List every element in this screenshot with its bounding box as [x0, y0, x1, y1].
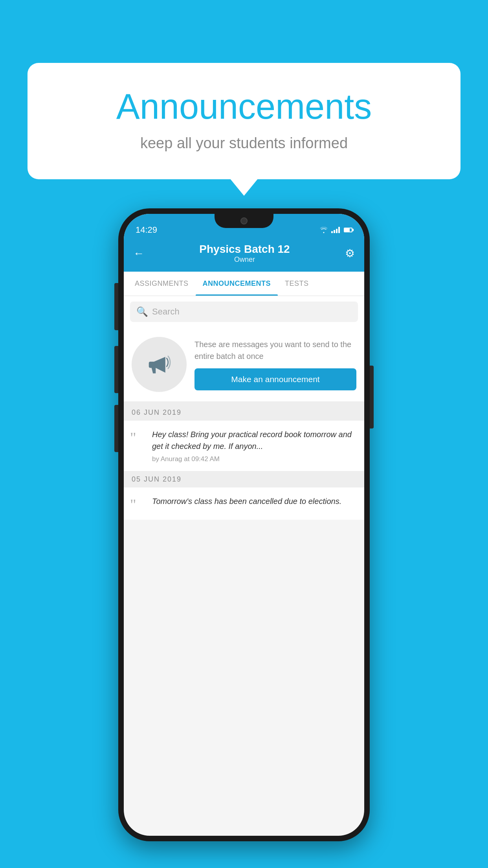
header-title: Physics Batch 12	[199, 243, 290, 256]
search-container: 🔍 Search	[124, 296, 364, 327]
phone-screen: 14:29	[124, 214, 364, 836]
camera-dot	[240, 217, 248, 224]
tab-announcements[interactable]: ANNOUNCEMENTS	[196, 272, 278, 296]
announcement-content-1: Hey class! Bring your practical record b…	[152, 428, 358, 463]
megaphone-circle	[132, 337, 187, 392]
header-center: Physics Batch 12 Owner	[199, 243, 290, 264]
bubble-subtitle: keep all your students informed	[47, 135, 441, 152]
battery-icon	[344, 228, 352, 232]
prompt-right: These are messages you want to send to t…	[194, 338, 356, 390]
header-subtitle: Owner	[199, 256, 290, 264]
notch	[215, 214, 273, 228]
announcement-text-2: Tomorrow's class has been cancelled due …	[152, 495, 358, 507]
app-header: ← Physics Batch 12 Owner ⚙	[124, 237, 364, 272]
status-time: 14:29	[136, 225, 157, 235]
quote-icon-2: "	[130, 497, 146, 512]
date-separator-2: 05 JUN 2019	[124, 471, 364, 487]
announcement-item-1[interactable]: " Hey class! Bring your practical record…	[124, 421, 364, 471]
tab-tests[interactable]: TESTS	[278, 272, 316, 296]
megaphone-icon	[145, 351, 173, 378]
quote-icon-1: "	[130, 430, 146, 445]
back-button[interactable]: ←	[133, 247, 144, 260]
announcement-prompt: These are messages you want to send to t…	[124, 327, 364, 405]
search-placeholder: Search	[152, 307, 180, 317]
announcement-content-2: Tomorrow's class has been cancelled due …	[152, 495, 358, 510]
tab-bar: ASSIGNMENTS ANNOUNCEMENTS TESTS	[124, 272, 364, 296]
announcement-text-1: Hey class! Bring your practical record b…	[152, 428, 358, 452]
date-separator-1: 06 JUN 2019	[124, 405, 364, 421]
search-bar[interactable]: 🔍 Search	[130, 302, 358, 322]
phone-mockup: 14:29	[118, 208, 370, 841]
status-icons	[319, 227, 352, 233]
signal-icon	[331, 227, 340, 233]
tab-assignments[interactable]: ASSIGNMENTS	[128, 272, 196, 296]
settings-icon[interactable]: ⚙	[345, 247, 355, 260]
date-label-1: 06 JUN 2019	[132, 408, 182, 417]
prompt-description: These are messages you want to send to t…	[194, 338, 356, 362]
make-announcement-button[interactable]: Make an announcement	[194, 368, 356, 390]
speech-bubble: Announcements keep all your students inf…	[28, 63, 460, 179]
wifi-icon	[319, 227, 328, 233]
announcement-meta-1: by Anurag at 09:42 AM	[152, 455, 358, 463]
date-label-2: 05 JUN 2019	[132, 475, 182, 484]
search-icon: 🔍	[136, 306, 148, 317]
speech-bubble-section: Announcements keep all your students inf…	[28, 63, 460, 179]
phone-outer: 14:29	[118, 208, 370, 841]
announcement-item-2[interactable]: " Tomorrow's class has been cancelled du…	[124, 487, 364, 520]
bubble-title: Announcements	[47, 86, 441, 127]
